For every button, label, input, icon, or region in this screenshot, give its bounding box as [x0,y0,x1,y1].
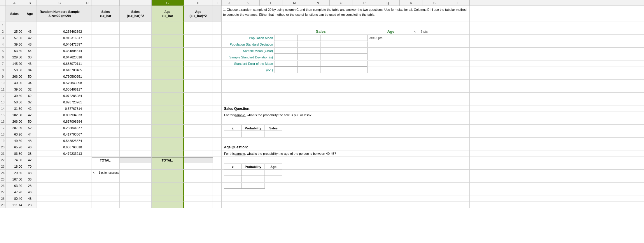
data-row-6: 6 229.50 30 0.047623316 Sample Standard … [0,54,644,60]
data-row-26: 26 63.20 28 [0,183,644,189]
column-headers: A B C D E F G H I J K L M N O P Q R S T [0,0,644,6]
col-header-a: A [6,0,23,6]
col-header-m: M [283,0,306,6]
data-row-15: 15 102.50 42 0.039934073 For this sample… [0,112,644,118]
stat-cell-sem-s2[interactable] [298,61,321,67]
z-cell-age-2[interactable] [224,176,242,182]
col-header-t: T [446,0,470,6]
stat-cell-sem-a1[interactable] [321,61,344,67]
stat-cell-sample-std-s2[interactable] [298,54,321,60]
col-header-o: O [330,0,353,6]
rows-container: Sales Age Random Numbers Sample Size=20 … [0,6,644,243]
stat-cell-pop-mean-a1[interactable] [321,35,344,41]
stat-cell-n1-s2[interactable] [298,67,321,73]
stat-cell-sample-std-a1[interactable] [321,54,344,60]
sales-header-ztable: Sales [265,125,282,131]
stat-cell-sem-s1[interactable] [274,61,298,67]
data-row-19: 19 49.50 48 0.543825874 [0,138,644,144]
age-cell-ztable-2[interactable] [265,176,282,182]
corner-cell [0,0,6,6]
col-header-l: L [260,0,283,6]
col-h-header: Age(x-x_bar)^2 [184,6,213,22]
prob-header-sales: Probability [242,125,265,131]
stat-cell-sample-std-s1[interactable] [274,54,298,60]
col-a-header: Sales [6,6,23,22]
prob-header-age: Probability [242,164,265,169]
data-row-22: 22 74.00 42 TOTAL: TOTAL: [0,157,644,163]
data-row-12: 12 39.60 62 0.072285984 [0,93,644,99]
age-cell-ztable-1[interactable] [265,170,282,176]
col-e-header: Salesx-x_bar [92,6,120,22]
z-cell-age-3[interactable] [224,183,242,189]
col-header-n: N [306,0,330,6]
stat-cell-sample-mean-a2[interactable] [344,48,368,54]
data-row-23: 23 18.00 70 z Probability Age [0,163,644,170]
stats-age-header: Age [368,29,414,34]
stat-cell-sem-a2[interactable] [344,61,368,67]
stat-label-sem: Standard Error of the Mean [222,62,274,65]
stat-label-sample-mean: Sample Mean (x-bar) [222,49,274,53]
data-row-20: 20 65.20 46 0.908768018 Age Question: [0,144,644,150]
prob-cell-age-2[interactable] [242,176,265,182]
stat-cell-sample-mean-a1[interactable] [321,48,344,54]
data-row-25: 25 107.00 36 [0,176,644,183]
col-header-j: J [222,0,236,6]
stat-cell-n1-a1[interactable] [321,67,344,73]
stat-cell-sample-mean-s1[interactable] [274,48,298,54]
z-header-sales: z [224,125,242,131]
stat-cell-pop-mean-s2[interactable] [298,35,321,41]
sales-cell-ztable-1[interactable] [265,131,282,137]
stat-cell-pop-mean-s1[interactable] [274,35,298,41]
data-row-24: 24 29.50 48 <== 1 pt for successful rand… [0,170,644,176]
col-header-r: R [400,0,423,6]
stat-cell-n1-a2[interactable] [344,67,368,73]
col-header-q: Q [376,0,400,6]
stat-cell-n1-s1[interactable] [274,67,298,73]
col-d-header [83,6,92,22]
col-header-h: H [184,0,213,6]
col-header-i: I [213,0,222,6]
stat-cell-pop-mean-a2[interactable] [344,35,368,41]
col-header-e: E [92,0,120,6]
data-row-17: 17 287.59 52 0.288844877 z Probability S… [0,125,644,131]
stat-cell-pop-std-a1[interactable] [321,41,344,47]
data-row-11: 11 39.50 32 0.505406117 [0,86,644,93]
data-row-27: 27 47.20 46 [0,189,644,195]
data-row-29: 29 111.14 28 [0,202,644,208]
data-row-21: 21 86.80 38 0.479233213 For this sample,… [0,150,644,157]
prob-cell-age-3[interactable] [242,183,265,189]
z-header-age: z [224,164,242,169]
col-header-k: K [236,0,260,6]
data-row-16: 16 266.00 50 0.837098984 [0,118,644,125]
data-row-4: 4 39.50 48 0.046472897 Population Standa… [0,41,644,48]
col-i-header [213,6,222,22]
stat-label-pop-mean: Population Mean [222,36,274,40]
data-row-18: 18 63.20 44 0.417703867 [0,131,644,138]
data-row-14: 14 31.60 42 0.67767514 Sales Question: [0,105,644,112]
stat-cell-pop-std-s1[interactable] [274,41,298,47]
data-row-1: 1 [0,22,644,28]
pts-label-inline: <== 3 pts [368,36,385,40]
col-header-g: G [152,0,184,6]
stat-cell-sample-std-a2[interactable] [344,54,368,60]
data-row-10: 10 40.00 34 0.579843098 [0,80,644,86]
instruction-text: 1. Choose a random sample of 20 by using… [222,6,470,22]
stat-cell-sample-mean-s2[interactable] [298,48,321,54]
col-b-header: Age [23,6,36,22]
stat-cell-pop-std-s2[interactable] [298,41,321,47]
age-question-title: Age Question: [224,145,248,149]
col-header-c: C [36,0,83,6]
z-cell-age-1[interactable] [224,170,242,176]
z-cell-sales-1[interactable] [224,131,242,137]
stat-label-sample-std: Sample Standard Deviation (s) [222,55,274,59]
data-row-7: 7 145.20 46 0.638070111 Standard Error o… [0,60,644,67]
stat-cell-pop-std-a2[interactable] [344,41,368,47]
prob-cell-sales-1[interactable] [242,131,265,137]
prob-cell-age-1[interactable] [242,170,265,176]
stat-label-n1: (n-1) [222,68,274,72]
stat-label-pop-std: Population Standard Deviation [222,43,274,46]
sales-question-title: Sales Question: [224,107,251,111]
age-header-ztable: Age [265,164,282,169]
stats-sales-header: Sales [298,29,344,34]
data-row-2: 2 25.00 46 0.255462392 Sales Age <== 3 p… [0,28,644,35]
